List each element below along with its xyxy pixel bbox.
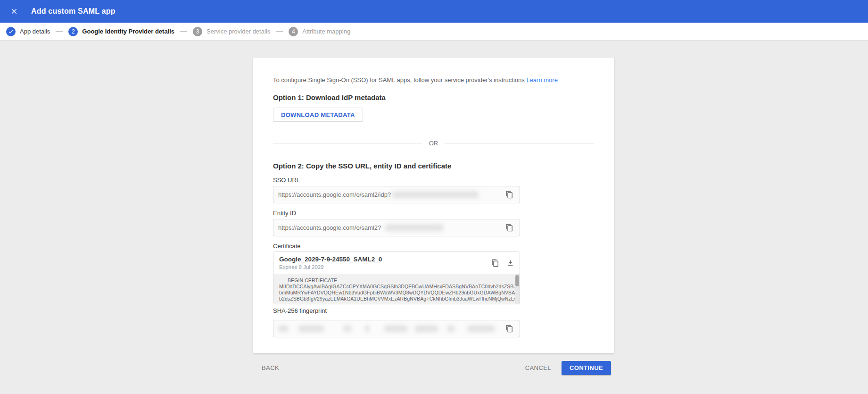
entity-id-value: https://accounts.google.com/o/saml2? <box>278 224 381 231</box>
step-service-provider-details[interactable]: 3 Service provider details <box>193 27 270 36</box>
or-divider: OR <box>273 140 594 147</box>
certificate-pem-block[interactable]: -----BEGIN CERTIFICATE----- MIIDdDCCAlyg… <box>273 274 520 304</box>
sso-url-field[interactable]: https://accounts.google.com/o/saml2/idp? <box>273 186 520 203</box>
step-label: App details <box>20 28 50 35</box>
wizard-stepper: App details 2 Google Identity Provider d… <box>0 23 868 41</box>
redacted-value <box>385 224 444 231</box>
dialog-footer: BACK CANCEL CONTINUE <box>253 360 614 375</box>
copy-icon[interactable] <box>504 323 515 335</box>
back-button[interactable]: BACK <box>258 360 283 375</box>
certificate-card: Google_2029-7-9-24550_SAML2_0 Expires 9 … <box>273 251 520 304</box>
step-label: Service provider details <box>207 28 270 35</box>
continue-button[interactable]: CONTINUE <box>562 361 611 375</box>
dialog-body: To configure Single Sign-On (SSO) for SA… <box>0 41 868 394</box>
redacted-value <box>278 325 495 332</box>
pem-line: bmMuMRYwFAYDVQQHEw1Nb3VudGFpbiBWaWV3MQ8w… <box>279 290 511 296</box>
learn-more-link[interactable]: Learn more <box>526 76 557 84</box>
sso-url-value: https://accounts.google.com/o/saml2/idp? <box>278 191 391 198</box>
certificate-meta: Google_2029-7-9-24550_SAML2_0 Expires 9 … <box>279 256 382 270</box>
pem-line: MIIDdDCCAlygAwIBAgIGAZCcCPYXMA0GCSqGSIb3… <box>279 284 511 290</box>
close-icon-glyph <box>10 7 18 16</box>
sso-url-label: SSO URL <box>273 176 595 184</box>
pem-line: -----BEGIN CERTIFICATE----- <box>279 277 511 284</box>
certificate-header: Google_2029-7-9-24550_SAML2_0 Expires 9 … <box>273 252 520 274</box>
scrollbar-thumb[interactable] <box>515 275 519 286</box>
sha256-field[interactable] <box>273 320 520 337</box>
divider-line <box>445 143 594 143</box>
add-custom-saml-app-dialog: Add custom SAML app App details 2 Google… <box>0 0 868 394</box>
step-number-badge: 3 <box>193 27 202 36</box>
entity-id-label: Entity ID <box>273 210 595 217</box>
dialog-header: Add custom SAML app <box>0 0 868 23</box>
step-number-badge: 2 <box>68 27 78 36</box>
copy-icon[interactable] <box>504 189 515 201</box>
certificate-expiry: Expires 9 Jul 2029 <box>279 264 382 270</box>
step-number-badge: 4 <box>289 27 298 36</box>
download-metadata-button[interactable]: DOWNLOAD METADATA <box>273 108 363 122</box>
option1-heading: Option 1: Download IdP metadata <box>273 93 595 102</box>
check-icon <box>6 27 16 36</box>
idp-details-card: To configure Single Sign-On (SSO) for SA… <box>253 58 614 353</box>
step-app-details[interactable]: App details <box>6 27 50 36</box>
copy-icon[interactable] <box>489 257 501 268</box>
entity-id-field[interactable]: https://accounts.google.com/o/saml2? <box>273 219 520 236</box>
step-attribute-mapping[interactable]: 4 Attribute mapping <box>289 27 350 36</box>
step-divider <box>180 31 187 32</box>
certificate-label: Certificate <box>273 243 595 250</box>
copy-icon[interactable] <box>504 222 515 234</box>
step-google-idp-details[interactable]: 2 Google Identity Provider details <box>68 27 174 36</box>
intro-text-main: To configure Single Sign-On (SSO) for SA… <box>273 76 525 84</box>
certificate-name: Google_2029-7-9-24550_SAML2_0 <box>279 256 382 263</box>
option2-heading: Option 2: Copy the SSO URL, entity ID an… <box>273 162 595 170</box>
step-divider <box>276 31 283 32</box>
sha256-label: SHA-256 fingerprint <box>273 307 595 315</box>
divider-line <box>273 143 422 143</box>
download-icon[interactable] <box>504 257 516 268</box>
step-divider <box>56 31 63 32</box>
step-label: Google Identity Provider details <box>82 28 174 35</box>
close-icon[interactable] <box>8 5 21 18</box>
pem-line: b2dsZSBGb3IgV29yazELMAkGA1UEBhMCVVMxEzAR… <box>279 296 511 302</box>
redacted-value <box>392 191 479 198</box>
intro-text: To configure Single Sign-On (SSO) for SA… <box>273 76 595 84</box>
step-label: Attribute mapping <box>302 28 350 35</box>
or-divider-label: OR <box>429 140 438 147</box>
dialog-title: Add custom SAML app <box>31 7 116 16</box>
cancel-button[interactable]: CANCEL <box>521 360 555 375</box>
